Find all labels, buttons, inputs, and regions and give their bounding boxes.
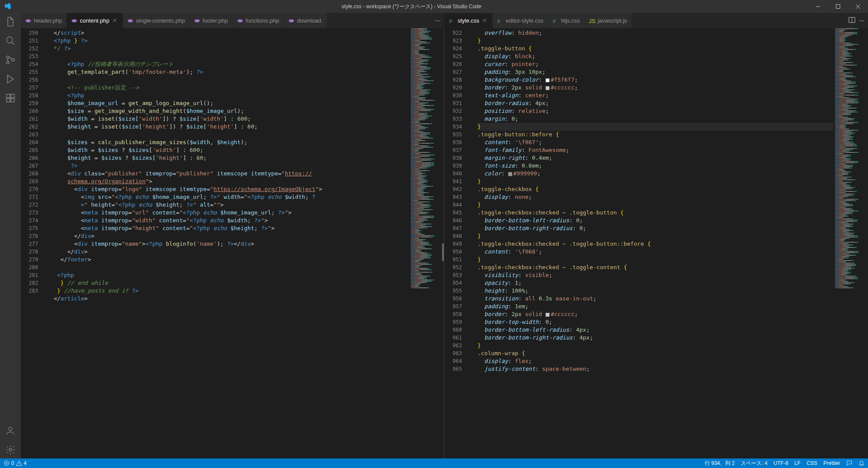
status-feedback-icon[interactable] bbox=[846, 460, 852, 466]
run-debug-icon[interactable] bbox=[5, 74, 16, 84]
status-encoding[interactable]: UTF-8 bbox=[774, 460, 789, 466]
tab-header-php[interactable]: header.php bbox=[21, 13, 67, 28]
svg-rect-0 bbox=[836, 5, 840, 9]
right-gutter: 922 923 924 925 926 927 928 929 930 931 … bbox=[445, 28, 471, 458]
window-title: style.css - workspace (ワークスペース) - Visual… bbox=[342, 3, 482, 10]
tab-single-contents-php[interactable]: single-contents.php bbox=[123, 13, 190, 28]
svg-point-9 bbox=[9, 427, 12, 431]
status-spaces[interactable]: スペース: 4 bbox=[741, 460, 767, 467]
svg-rect-6 bbox=[11, 94, 14, 98]
tab-label: javascript.js bbox=[597, 17, 627, 24]
tab-functions-php[interactable]: functions.php bbox=[233, 13, 284, 28]
svg-rect-8 bbox=[11, 99, 14, 102]
close-button[interactable] bbox=[848, 0, 868, 13]
split-editor-icon[interactable] bbox=[848, 16, 855, 25]
js-file-icon: JS bbox=[589, 18, 595, 24]
svg-rect-7 bbox=[7, 99, 10, 102]
tab-style-css[interactable]: #style.css bbox=[445, 13, 493, 28]
gear-icon[interactable] bbox=[5, 445, 16, 455]
maximize-button[interactable] bbox=[828, 0, 848, 13]
tab-editor-style-css[interactable]: #editor-style.css bbox=[493, 13, 548, 28]
svg-point-1 bbox=[7, 37, 13, 43]
more-actions-icon[interactable]: ⋯ bbox=[859, 17, 865, 24]
svg-point-11 bbox=[26, 19, 31, 22]
tab-footer-php[interactable]: footer.php bbox=[190, 13, 233, 28]
tab-label: hljs.css bbox=[561, 17, 580, 24]
svg-point-2 bbox=[7, 56, 9, 59]
tab-label: header.php bbox=[34, 17, 62, 24]
svg-point-4 bbox=[12, 59, 14, 61]
svg-point-10 bbox=[9, 448, 12, 451]
css-file-icon: # bbox=[449, 18, 455, 24]
tab-label: style.css bbox=[458, 17, 479, 24]
minimize-button[interactable] bbox=[808, 0, 828, 13]
left-minimap[interactable] bbox=[409, 28, 444, 458]
status-line-col[interactable]: 行 934、列 2 bbox=[705, 460, 735, 467]
search-icon[interactable] bbox=[5, 36, 16, 46]
account-icon[interactable] bbox=[5, 425, 16, 436]
right-tabs: #style.css#editor-style.css#hljs.cssJSja… bbox=[445, 13, 868, 28]
svg-point-3 bbox=[7, 61, 9, 64]
explorer-icon[interactable] bbox=[5, 16, 16, 27]
left-gutter: 250 251 252 253 254 255 256 257 258 259 … bbox=[21, 28, 47, 458]
tab-download-[interactable]: download. bbox=[284, 13, 327, 28]
tab-label: single-contents.php bbox=[136, 17, 185, 24]
titlebar: style.css - workspace (ワークスペース) - Visual… bbox=[0, 0, 868, 13]
activity-bar bbox=[0, 13, 21, 458]
svg-point-12 bbox=[72, 19, 77, 22]
tab-javascript-js[interactable]: JSjavascript.js bbox=[584, 13, 632, 28]
php-file-icon bbox=[25, 18, 31, 24]
status-bell-icon[interactable] bbox=[858, 460, 865, 466]
tab-label: functions.php bbox=[246, 17, 279, 24]
svg-rect-5 bbox=[7, 94, 10, 98]
svg-point-14 bbox=[195, 19, 200, 22]
tab-label: footer.php bbox=[203, 17, 228, 24]
svg-point-16 bbox=[289, 19, 294, 22]
css-file-icon: # bbox=[553, 18, 559, 24]
right-code[interactable]: overflow: hidden; } .toggle-button { dis… bbox=[471, 28, 833, 458]
css-file-icon: # bbox=[497, 18, 503, 24]
vscode-icon bbox=[4, 3, 11, 10]
extensions-icon[interactable] bbox=[5, 93, 16, 103]
tab-label: content.php bbox=[80, 17, 109, 24]
tab-label: editor-style.css bbox=[506, 17, 544, 24]
tab-label: download. bbox=[297, 17, 323, 24]
left-editor[interactable]: 250 251 252 253 254 255 256 257 258 259 … bbox=[21, 28, 444, 458]
close-tab-icon[interactable] bbox=[482, 18, 488, 24]
close-tab-icon[interactable] bbox=[112, 18, 118, 24]
php-file-icon bbox=[71, 18, 77, 24]
svg-point-13 bbox=[128, 19, 133, 22]
left-tabs: header.phpcontent.phpsingle-contents.php… bbox=[21, 13, 444, 28]
php-file-icon bbox=[194, 18, 200, 24]
tab-content-php[interactable]: content.php bbox=[67, 13, 123, 28]
right-editor[interactable]: 922 923 924 925 926 927 928 929 930 931 … bbox=[445, 28, 868, 458]
split-handle[interactable] bbox=[442, 244, 444, 261]
svg-point-15 bbox=[237, 19, 242, 22]
tab-hljs-css[interactable]: #hljs.css bbox=[548, 13, 585, 28]
statusbar: 0 4 行 934、列 2 スペース: 4 UTF-8 LF CSS Prett… bbox=[0, 458, 868, 468]
status-eol[interactable]: LF bbox=[795, 460, 801, 466]
more-tabs-icon[interactable]: ⋯ bbox=[435, 17, 441, 24]
status-problems[interactable]: 0 4 bbox=[3, 460, 26, 466]
status-prettier[interactable]: Prettier bbox=[823, 460, 840, 466]
source-control-icon[interactable] bbox=[5, 55, 16, 65]
left-code[interactable]: </script> <?php } ?> */ ?> <?php //投稿者等表… bbox=[47, 28, 409, 458]
php-file-icon bbox=[288, 18, 294, 24]
php-file-icon bbox=[127, 18, 133, 24]
right-minimap[interactable] bbox=[833, 28, 868, 458]
php-file-icon bbox=[237, 18, 243, 24]
status-language[interactable]: CSS bbox=[807, 460, 818, 466]
